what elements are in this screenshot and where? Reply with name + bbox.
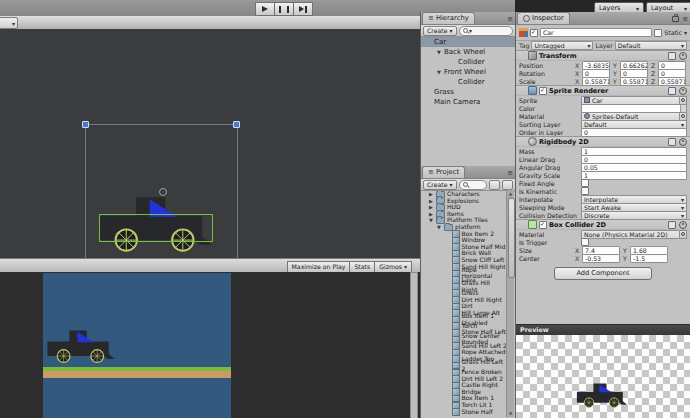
- name-field[interactable]: Car: [540, 28, 652, 37]
- game-view[interactable]: [0, 272, 420, 418]
- search-by-type-icon[interactable]: [489, 180, 500, 190]
- project-tab-bar: Project: [421, 166, 515, 179]
- project-control-bar: Create: [421, 179, 515, 191]
- play-button[interactable]: [255, 2, 275, 16]
- color-swatch[interactable]: [581, 104, 687, 113]
- help-icon[interactable]: [668, 52, 676, 60]
- help-icon[interactable]: [668, 138, 676, 146]
- scene-view-toolbar: [0, 16, 420, 30]
- step-icon: [299, 6, 307, 13]
- foldout-arrow[interactable]: [437, 47, 444, 57]
- project-tree-row[interactable]: Stone Half: [421, 409, 507, 416]
- chevron-down-icon: [12, 19, 15, 28]
- hierarchy-row[interactable]: Collider: [421, 57, 515, 67]
- foldout-arrow[interactable]: [437, 224, 444, 231]
- order-in-layer-field[interactable]: 0: [581, 128, 687, 137]
- layer-dropdown[interactable]: Default: [615, 41, 687, 50]
- help-icon[interactable]: [668, 221, 676, 229]
- gravity-scale-field[interactable]: 1: [581, 171, 687, 180]
- foldout-arrow[interactable]: [429, 198, 436, 205]
- inspector-empty-space: [516, 280, 690, 324]
- scale-z-field[interactable]: 0.5587154: [658, 77, 686, 86]
- hierarchy-item-label: Car: [434, 37, 446, 47]
- item-icon: [452, 408, 460, 416]
- foldout-arrow[interactable]: [429, 217, 436, 224]
- scale-x-field[interactable]: 0.5587154: [582, 77, 610, 86]
- help-icon[interactable]: [668, 87, 676, 95]
- collision-detection-dropdown[interactable]: Discrete: [581, 211, 687, 220]
- tab-inspector[interactable]: Inspector: [517, 12, 570, 24]
- hierarchy-row[interactable]: Collider: [421, 77, 515, 87]
- scale-y-field[interactable]: 0.5587154: [620, 77, 648, 86]
- panel-menu-icon[interactable]: [682, 14, 688, 23]
- search-by-label-icon[interactable]: [502, 180, 513, 190]
- create-dropdown[interactable]: Create: [423, 26, 457, 36]
- add-component-button[interactable]: Add Component: [554, 267, 652, 280]
- tab-hierarchy[interactable]: Hierarchy: [422, 12, 475, 24]
- panel-edge: [410, 272, 418, 418]
- chevron-down-icon: [681, 121, 684, 128]
- sprite-renderer-header[interactable]: Sprite Renderer: [516, 85, 690, 96]
- selection-handle[interactable]: [82, 121, 89, 128]
- tab-project[interactable]: Project: [422, 166, 465, 178]
- active-checkbox[interactable]: [530, 29, 538, 37]
- transform-header[interactable]: Transform: [516, 50, 690, 61]
- transform-icon: [528, 51, 537, 60]
- gear-icon[interactable]: [679, 87, 687, 95]
- component-enabled-checkbox[interactable]: [539, 221, 547, 229]
- project-tree-row[interactable]: Explosions: [421, 198, 507, 205]
- scene-view[interactable]: [0, 29, 420, 258]
- project-scrollbar[interactable]: ▲ ▼: [506, 190, 514, 417]
- gear-icon[interactable]: [679, 52, 687, 60]
- center-row: Center X-0.53 Y-1.5: [516, 254, 690, 262]
- hierarchy-row[interactable]: Front Wheel: [421, 67, 515, 77]
- fixed-angle-checkbox[interactable]: [581, 179, 589, 187]
- scroll-up-icon[interactable]: ▲: [508, 191, 513, 196]
- search-input[interactable]: [459, 26, 513, 36]
- size-row: Size X7.4 Y1.68: [516, 246, 690, 254]
- foldout-arrow[interactable]: [437, 67, 444, 77]
- object-picker-icon[interactable]: [680, 230, 687, 239]
- lock-icon[interactable]: [672, 16, 679, 22]
- foldout-arrow[interactable]: [429, 211, 436, 218]
- pivot-gizmo-icon[interactable]: [159, 188, 167, 196]
- foldout-arrow[interactable]: [429, 191, 436, 198]
- search-icon: [463, 182, 469, 188]
- step-button[interactable]: [293, 2, 313, 16]
- tag-dropdown[interactable]: Untagged: [531, 41, 593, 50]
- preview-car-sprite: [576, 383, 628, 408]
- tag-layer-row: Tag Untagged Layer Default: [516, 41, 690, 50]
- box-collider-2d-header[interactable]: Box Collider 2D: [516, 219, 690, 230]
- hierarchy-row[interactable]: Back Wheel: [421, 47, 515, 57]
- hierarchy-item-label: Collider: [458, 57, 485, 67]
- sprite-renderer-icon: [528, 86, 537, 95]
- physics-material-field[interactable]: None (Physics Material 2D): [581, 230, 680, 239]
- is-trigger-checkbox[interactable]: [581, 238, 589, 246]
- panel-menu-icon[interactable]: [507, 14, 513, 23]
- sorting-layer-row: Sorting Layer Default: [516, 120, 690, 128]
- is-kinematic-checkbox[interactable]: [581, 187, 589, 195]
- clipped-scene-control[interactable]: [0, 17, 18, 29]
- static-checkbox[interactable]: [654, 29, 662, 37]
- scrollbar-thumb[interactable]: [508, 198, 515, 278]
- pause-button[interactable]: [274, 2, 294, 16]
- gear-icon[interactable]: [679, 138, 687, 146]
- hierarchy-row[interactable]: Main Camera: [421, 97, 515, 107]
- center-y-field[interactable]: -1.5: [630, 254, 668, 263]
- order-in-layer-row: Order in Layer 0: [516, 128, 690, 136]
- inspector-panel: Inspector Car Static Tag Untagged Layer …: [515, 12, 690, 418]
- gear-icon[interactable]: [679, 221, 687, 229]
- foldout-arrow[interactable]: [429, 204, 436, 211]
- selection-handle[interactable]: [233, 121, 240, 128]
- center-x-field[interactable]: -0.53: [582, 254, 620, 263]
- scroll-down-icon[interactable]: ▼: [508, 411, 513, 416]
- preview-header[interactable]: Preview: [516, 324, 690, 335]
- search-input[interactable]: [459, 180, 487, 190]
- hierarchy-row[interactable]: Car: [421, 37, 515, 47]
- panel-menu-icon[interactable]: [507, 168, 513, 177]
- component-enabled-checkbox[interactable]: [539, 87, 547, 95]
- create-dropdown[interactable]: Create: [423, 180, 457, 190]
- hierarchy-row[interactable]: Grass: [421, 87, 515, 97]
- project-tree-row[interactable]: HUD: [421, 204, 507, 211]
- rigidbody-2d-header[interactable]: Rigidbody 2D: [516, 136, 690, 147]
